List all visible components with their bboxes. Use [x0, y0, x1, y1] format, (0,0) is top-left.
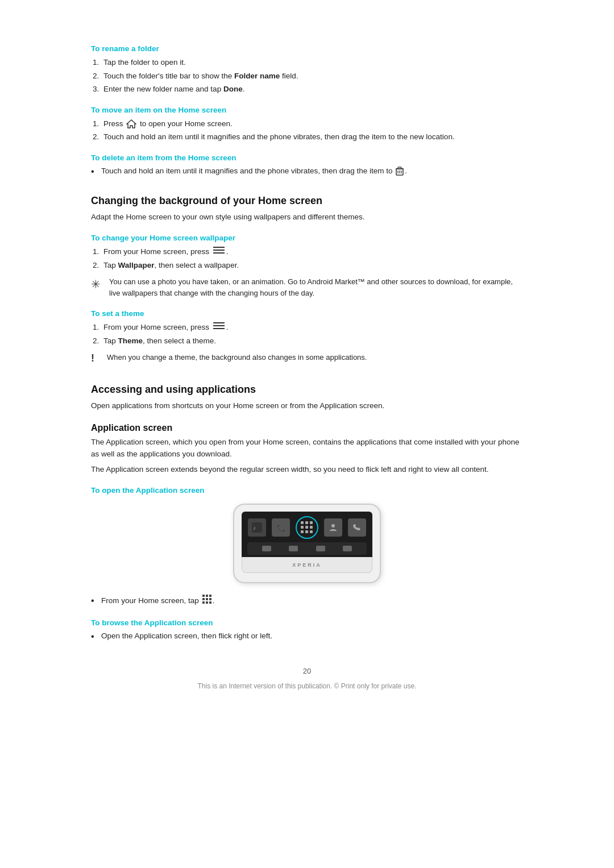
set-theme-steps: From your Home screen, press . Tap Theme… [91, 321, 523, 347]
change-wallpaper-heading: To change your Home screen wallpaper [91, 234, 523, 242]
browse-app-screen-text: Open the Application screen, then flick … [101, 630, 272, 642]
svg-rect-22 [209, 598, 211, 600]
app-screen-para1: The Application screen, which you open f… [91, 437, 523, 460]
theme-warning: ! When you change a theme, the backgroun… [91, 352, 523, 367]
change-wallpaper-section: To change your Home screen wallpaper Fro… [91, 234, 523, 299]
open-app-screen-section: To open the Application screen ♪ [91, 486, 523, 608]
svg-rect-18 [206, 595, 208, 597]
move-step-2: Touch and hold an item until it magnifie… [101, 131, 523, 143]
browse-app-screen-section: To browse the Application screen • Open … [91, 618, 523, 644]
phone-icon-music: ♪ [248, 518, 266, 537]
phone-icon-row: ♪ 📞 [245, 516, 369, 539]
bullet-dot-delete: • [91, 165, 101, 179]
svg-rect-19 [209, 595, 211, 597]
grid-icon-inline [202, 595, 211, 608]
set-theme-heading: To set a theme [91, 309, 523, 318]
page: To rename a folder Tap the folder to ope… [0, 0, 614, 868]
phone-icon-apps-highlighted [296, 516, 318, 539]
phone-screen: ♪ 📞 [242, 512, 372, 557]
accessing-apps-intro: Open applications from shortcuts on your… [91, 400, 523, 412]
move-item-steps: Press to open your Home screen. Touch an… [91, 118, 523, 143]
menu-icon-2 [213, 321, 225, 334]
rename-step-3: Enter the new folder name and tap Done. [101, 83, 523, 95]
move-item-heading: To move an item on the Home screen [91, 106, 523, 114]
rename-folder-heading: To rename a folder [91, 44, 523, 53]
move-step-1: Press to open your Home screen. [101, 118, 523, 130]
rename-step-2: Touch the folder's title bar to show the… [101, 70, 523, 82]
svg-rect-3 [398, 167, 401, 169]
trash-icon [396, 167, 404, 176]
phone-mockup-container: ♪ 📞 [91, 504, 523, 583]
application-screen-heading: Application screen [91, 423, 523, 433]
home-icon [126, 119, 136, 128]
theme-step-1: From your Home screen, press . [101, 321, 523, 334]
wallpaper-note-text: You can use a photo you have taken, or a… [109, 276, 523, 299]
phone-brand-text: XPERIA [292, 562, 322, 568]
rename-folder-section: To rename a folder Tap the folder to ope… [91, 44, 523, 95]
set-theme-section: To set a theme From your Home screen, pr… [91, 309, 523, 367]
svg-text:📞: 📞 [277, 523, 285, 532]
phone-icon-phone: 📞 [272, 518, 290, 537]
svg-rect-25 [209, 601, 211, 604]
phone-nav-bar [247, 542, 367, 555]
theme-warning-text: When you change a theme, the background … [107, 352, 367, 363]
browse-app-screen-heading: To browse the Application screen [91, 618, 523, 627]
browse-app-screen-bullet: • Open the Application screen, then flic… [91, 630, 523, 644]
rename-folder-steps: Tap the folder to open it. Touch the fol… [91, 56, 523, 95]
svg-rect-24 [206, 601, 208, 604]
accessing-apps-heading: Accessing and using applications [91, 384, 523, 396]
phone-icon-call [348, 518, 366, 537]
svg-rect-21 [206, 598, 208, 600]
warning-icon: ! [91, 351, 107, 367]
theme-step-2: Tap Theme, then select a theme. [101, 335, 523, 347]
svg-rect-17 [202, 595, 205, 597]
wallpaper-step-2: Tap Wallpaper, then select a wallpaper. [101, 259, 523, 272]
application-screen-section: Application screen The Application scree… [91, 423, 523, 476]
phone-mockup: ♪ 📞 [233, 504, 381, 583]
wallpaper-step-1: From your Home screen, press . [101, 246, 523, 258]
delete-item-bullet: • Touch and hold an item until it magnif… [91, 165, 523, 179]
svg-marker-0 [127, 120, 136, 128]
svg-text:♪: ♪ [253, 525, 256, 531]
bullet-dot-browse: • [91, 630, 101, 644]
change-wallpaper-steps: From your Home screen, press . Tap Wallp… [91, 246, 523, 272]
note-sun-icon: ✳ [91, 276, 109, 293]
menu-icon [213, 246, 225, 258]
accessing-apps-section: Accessing and using applications Open ap… [91, 384, 523, 412]
svg-rect-20 [202, 598, 205, 600]
rename-step-1: Tap the folder to open it. [101, 56, 523, 69]
changing-background-intro: Adapt the Home screen to your own style … [91, 211, 523, 223]
delete-item-text: Touch and hold an item until it magnifie… [101, 165, 407, 177]
phone-bottom: XPERIA [242, 557, 372, 573]
open-app-screen-heading: To open the Application screen [91, 486, 523, 495]
wallpaper-note: ✳ You can use a photo you have taken, or… [91, 276, 523, 299]
footer-text: This is an Internet version of this publ… [91, 682, 523, 690]
open-app-screen-bullet: • From your Home screen, tap . [91, 595, 523, 608]
phone-icon-person [324, 518, 342, 537]
page-number: 20 [91, 667, 523, 675]
delete-item-section: To delete an item from the Home screen •… [91, 153, 523, 179]
open-app-screen-text: From your Home screen, tap . [101, 595, 214, 608]
changing-background-section: Changing the background of your Home scr… [91, 195, 523, 223]
move-item-section: To move an item on the Home screen Press… [91, 106, 523, 143]
changing-background-heading: Changing the background of your Home scr… [91, 195, 523, 207]
app-screen-para2: The Application screen extends beyond th… [91, 464, 523, 476]
svg-point-16 [331, 524, 335, 528]
bullet-dot-open: • [91, 594, 101, 608]
delete-item-heading: To delete an item from the Home screen [91, 153, 523, 162]
svg-rect-23 [202, 601, 205, 604]
